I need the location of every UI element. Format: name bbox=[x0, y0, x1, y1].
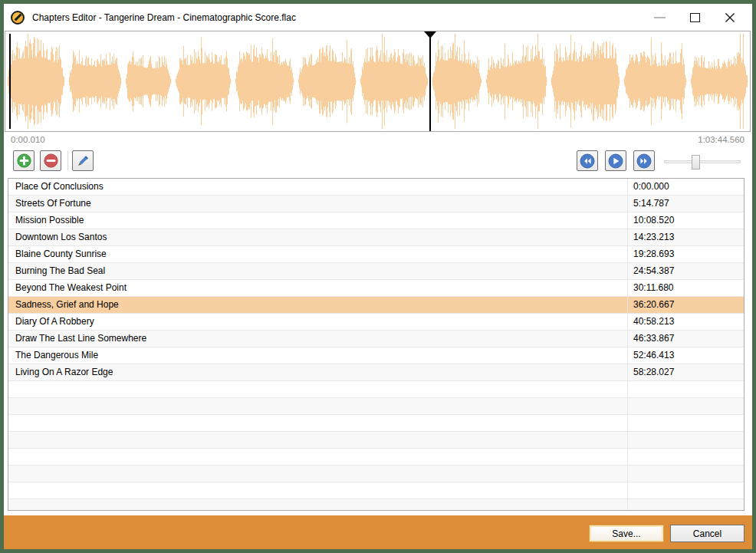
chapter-row[interactable]: Draw The Last Line Somewhere46:33.867 bbox=[8, 331, 744, 347]
title-bar: Chapters Editor - Tangerine Dream - Cine… bbox=[4, 4, 752, 31]
volume-slider-thumb[interactable] bbox=[692, 155, 700, 170]
chapters-editor-window: Chapters Editor - Tangerine Dream - Cine… bbox=[0, 0, 756, 553]
empty-row[interactable] bbox=[8, 398, 744, 415]
chapter-title-cell bbox=[8, 415, 627, 431]
empty-row[interactable] bbox=[8, 499, 744, 511]
chapter-title-cell bbox=[8, 432, 627, 448]
chapter-start-cell bbox=[627, 466, 744, 482]
remove-chapter-button[interactable] bbox=[40, 150, 61, 171]
pencil-icon bbox=[76, 153, 90, 168]
volume-slider[interactable] bbox=[664, 155, 741, 170]
chapter-row[interactable]: Downtown Los Santos14:23.213 bbox=[8, 229, 744, 246]
chapter-start-cell: 58:28.027 bbox=[627, 364, 744, 380]
empty-row[interactable] bbox=[8, 432, 744, 449]
chapter-start-cell bbox=[627, 482, 744, 499]
chapter-start-cell bbox=[627, 398, 744, 414]
chapter-start-cell bbox=[627, 499, 744, 511]
chapter-title-cell: Diary Of A Robbery bbox=[8, 314, 627, 330]
chapter-row[interactable]: Burning The Bad Seal24:54.387 bbox=[8, 263, 744, 280]
chapter-title-cell: Burning The Bad Seal bbox=[8, 263, 627, 279]
chapter-start-cell: 10:08.520 bbox=[627, 212, 744, 229]
chapter-row[interactable]: Living On A Razor Edge58:28.027 bbox=[8, 364, 744, 381]
empty-row[interactable] bbox=[8, 415, 744, 432]
chapter-row[interactable]: Beyond The Weakest Point30:11.680 bbox=[8, 280, 744, 297]
window-controls bbox=[642, 4, 748, 31]
maximize-button[interactable] bbox=[677, 4, 712, 31]
total-time-label: 1:03:44.560 bbox=[698, 135, 744, 144]
chapter-table[interactable]: Place Of Conclusions0:00.000Streets Of F… bbox=[8, 178, 744, 511]
waveform-svg[interactable] bbox=[5, 31, 750, 131]
chapter-title-cell bbox=[8, 381, 627, 397]
volume-slider-track[interactable] bbox=[664, 160, 741, 163]
app-icon bbox=[11, 11, 25, 25]
chapter-start-cell: 0:00.000 bbox=[627, 179, 744, 195]
rewind-icon bbox=[580, 153, 595, 169]
chapter-start-cell bbox=[627, 381, 744, 397]
chapter-title-cell: The Dangerous Mile bbox=[8, 347, 627, 364]
edit-chapter-button[interactable] bbox=[72, 150, 94, 171]
chapter-title-cell: Downtown Los Santos bbox=[8, 229, 627, 245]
chapter-start-cell bbox=[627, 432, 744, 448]
chapter-row[interactable]: Streets Of Fortune5:14.787 bbox=[8, 196, 744, 212]
play-icon bbox=[608, 153, 623, 169]
chapter-title-cell: Streets Of Fortune bbox=[8, 196, 627, 212]
start-cursor-line bbox=[9, 34, 11, 129]
chapter-start-cell bbox=[627, 449, 744, 465]
cancel-button[interactable]: Cancel bbox=[670, 525, 744, 542]
chapter-title-cell: Living On A Razor Edge bbox=[8, 364, 627, 380]
minimize-icon bbox=[654, 17, 666, 18]
chapter-title-cell bbox=[8, 466, 627, 482]
empty-row[interactable] bbox=[8, 381, 744, 398]
chapter-start-cell: 36:20.667 bbox=[627, 297, 744, 313]
chapter-start-cell bbox=[627, 415, 744, 431]
add-chapter-button[interactable] bbox=[13, 150, 35, 171]
chapter-row[interactable]: Blaine County Sunrise19:28.693 bbox=[8, 246, 744, 263]
minus-circle-icon bbox=[44, 153, 58, 168]
chapter-title-cell bbox=[8, 499, 627, 511]
chapter-row[interactable]: The Dangerous Mile52:46.413 bbox=[8, 347, 744, 364]
plus-circle-icon bbox=[17, 153, 31, 168]
chapter-row[interactable]: Diary Of A Robbery40:58.213 bbox=[8, 314, 744, 331]
fast-forward-icon bbox=[636, 153, 652, 169]
chapter-start-cell: 30:11.680 bbox=[627, 280, 744, 296]
chapter-title-cell: Draw The Last Line Somewhere bbox=[8, 331, 627, 347]
empty-row[interactable] bbox=[8, 449, 744, 466]
save-button[interactable]: Save... bbox=[589, 525, 664, 542]
playhead-marker-icon[interactable] bbox=[424, 31, 436, 38]
close-icon bbox=[725, 12, 735, 23]
close-button[interactable] bbox=[712, 4, 748, 31]
play-button[interactable] bbox=[605, 150, 626, 171]
maximize-icon bbox=[690, 13, 700, 22]
chapter-title-cell bbox=[8, 482, 627, 499]
chapter-title-cell: Blaine County Sunrise bbox=[8, 246, 627, 262]
rewind-button[interactable] bbox=[577, 150, 598, 171]
chapter-title-cell: Mission Possible bbox=[8, 212, 627, 229]
chapter-title-cell: Sadness, Grief and Hope bbox=[8, 297, 627, 313]
chapter-title-cell bbox=[8, 398, 627, 414]
minimize-button[interactable] bbox=[642, 4, 677, 31]
toolbar-separator bbox=[67, 151, 68, 170]
chapter-start-cell: 40:58.213 bbox=[627, 314, 744, 330]
chapter-row[interactable]: Sadness, Grief and Hope36:20.667 bbox=[8, 297, 744, 314]
chapter-title-cell: Place Of Conclusions bbox=[8, 179, 627, 195]
waveform-panel[interactable] bbox=[5, 31, 751, 132]
time-label-row: 0:00.010 1:03:44.560 bbox=[11, 135, 744, 147]
empty-row[interactable] bbox=[8, 466, 744, 482]
chapter-title-cell bbox=[8, 449, 627, 465]
footer-bar: Save... Cancel bbox=[4, 515, 752, 549]
chapter-start-cell: 5:14.787 bbox=[627, 196, 744, 212]
chapter-row[interactable]: Mission Possible10:08.520 bbox=[8, 212, 744, 229]
window-title: Chapters Editor - Tangerine Dream - Cine… bbox=[32, 12, 296, 23]
chapter-start-cell: 52:46.413 bbox=[627, 347, 744, 364]
chapter-start-cell: 14:23.213 bbox=[627, 229, 744, 245]
fast-forward-button[interactable] bbox=[633, 150, 655, 171]
chapter-row[interactable]: Place Of Conclusions0:00.000 bbox=[8, 179, 744, 196]
start-time-label: 0:00.010 bbox=[11, 135, 45, 144]
chapter-start-cell: 24:54.387 bbox=[627, 263, 744, 279]
chapter-start-cell: 19:28.693 bbox=[627, 246, 744, 262]
empty-row[interactable] bbox=[8, 482, 744, 499]
playhead-line bbox=[429, 31, 431, 131]
chapter-title-cell: Beyond The Weakest Point bbox=[8, 280, 627, 296]
chapter-start-cell: 46:33.867 bbox=[627, 331, 744, 347]
